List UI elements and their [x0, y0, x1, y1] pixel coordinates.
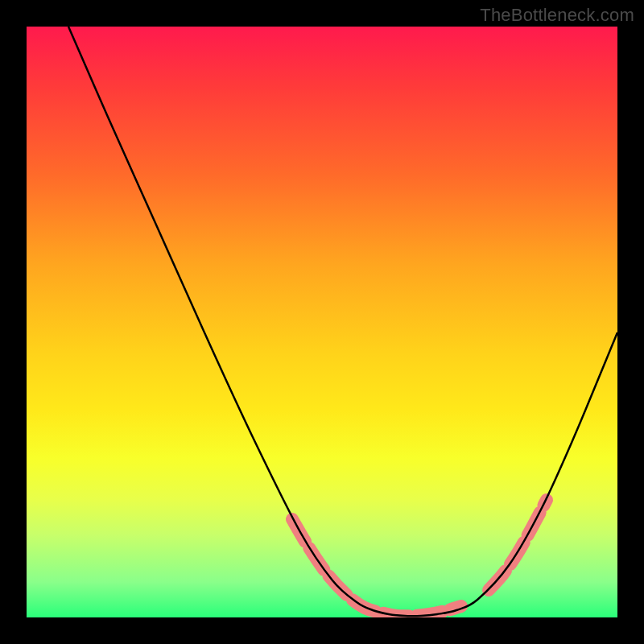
chart-svg — [27, 27, 617, 617]
highlight-segment-0 — [292, 519, 461, 616]
chart-plot-area — [27, 27, 617, 617]
watermark-text: TheBottleneck.com — [480, 5, 634, 26]
